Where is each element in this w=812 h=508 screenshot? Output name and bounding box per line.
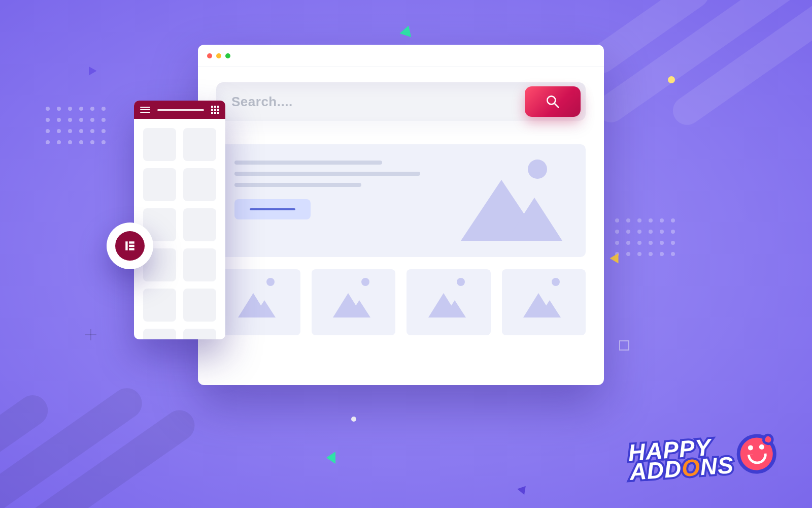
hero-content-card — [216, 144, 586, 257]
decor-circle — [351, 417, 356, 422]
decor-plus — [85, 329, 96, 340]
image-icon — [457, 278, 465, 286]
search-bar — [216, 82, 586, 121]
widget-grid — [134, 119, 225, 339]
hero-text-placeholder — [234, 161, 446, 241]
menu-icon[interactable] — [140, 107, 150, 113]
search-button[interactable] — [525, 86, 581, 117]
thumbnail-card[interactable] — [502, 269, 586, 335]
widget-tile[interactable] — [183, 329, 216, 339]
widget-tile[interactable] — [143, 289, 176, 322]
browser-window — [198, 45, 604, 385]
svg-rect-4 — [129, 245, 134, 247]
svg-rect-2 — [125, 241, 127, 250]
svg-line-1 — [555, 104, 559, 108]
decor-circle — [668, 76, 675, 83]
elementor-icon — [123, 239, 137, 253]
decor-triangle — [610, 253, 619, 264]
decor-dot-grid — [46, 107, 106, 144]
panel-divider — [157, 109, 204, 111]
logo-line-2: ADDONS — [629, 456, 734, 482]
widget-tile[interactable] — [183, 289, 216, 322]
widget-tile[interactable] — [183, 248, 216, 281]
widget-panel-header — [134, 101, 225, 119]
thumbnail-card[interactable] — [312, 269, 396, 335]
elementor-badge[interactable] — [107, 223, 153, 269]
svg-rect-5 — [129, 248, 134, 250]
svg-rect-3 — [129, 241, 134, 243]
widget-panel — [134, 101, 225, 339]
search-input[interactable] — [231, 94, 525, 110]
hero-image-placeholder — [461, 160, 567, 241]
image-icon — [361, 278, 369, 286]
widget-tile[interactable] — [143, 329, 176, 339]
decor-dot-grid — [615, 218, 675, 256]
decor-triangle — [85, 65, 96, 76]
decor-triangle — [517, 483, 529, 495]
widget-tile[interactable] — [183, 168, 216, 201]
maximize-icon[interactable] — [225, 53, 230, 58]
happyaddons-logo: HAPPY ADDONS — [627, 433, 777, 483]
close-icon[interactable] — [207, 53, 212, 58]
thumbnail-row — [216, 269, 586, 335]
logo-text: HAPPY ADDONS — [627, 436, 734, 482]
search-icon — [545, 93, 561, 110]
thumbnail-card[interactable] — [407, 269, 491, 335]
minimize-icon[interactable] — [216, 53, 221, 58]
grid-view-icon[interactable] — [211, 106, 219, 114]
window-traffic-lights — [207, 53, 230, 58]
hero-cta-button[interactable] — [234, 199, 311, 219]
browser-titlebar — [198, 45, 604, 67]
decor-triangle — [399, 24, 414, 37]
widget-tile[interactable] — [183, 208, 216, 241]
widget-tile[interactable] — [143, 168, 176, 201]
image-icon — [266, 278, 275, 286]
thumbnail-card[interactable] — [216, 269, 300, 335]
logo-face-icon — [735, 433, 777, 475]
decor-triangle — [326, 452, 335, 464]
widget-tile[interactable] — [183, 128, 216, 161]
decor-square — [619, 340, 629, 351]
image-icon — [528, 160, 547, 179]
svg-point-0 — [547, 96, 555, 104]
image-icon — [552, 278, 560, 286]
widget-tile[interactable] — [143, 128, 176, 161]
